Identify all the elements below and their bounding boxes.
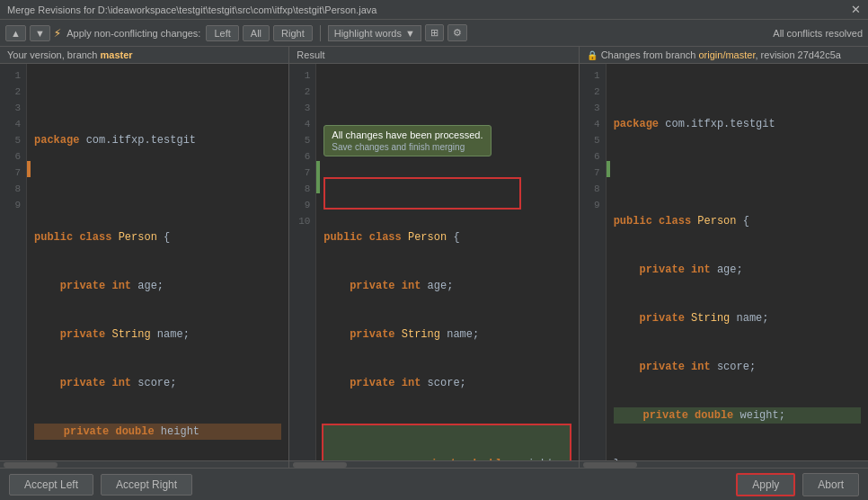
left-panel: Your version, branch master 123456789 pa… [0,47,289,468]
highlight-dropdown[interactable]: Highlight words ▼ [328,25,421,41]
footer-right: Apply Abort [736,473,859,496]
panels-container: Your version, branch master 123456789 pa… [0,47,868,468]
arrow-down-icon[interactable]: ▼ [30,25,50,41]
accept-right-button[interactable]: Accept Right [101,474,192,496]
tooltip-title: All changes have been processed. [332,129,483,140]
close-btn[interactable]: ✕ [851,3,861,16]
tooltip-sub: Save changes and finish merging [332,142,483,152]
arrow-up-icon[interactable]: ▲ [5,25,26,41]
right-panel-header: 🔒 Changes from branch origin/master, rev… [580,47,868,64]
result-label: Result [297,49,324,60]
accept-left-button[interactable]: Accept Left [9,474,93,496]
tooltip: All changes have been processed. Save ch… [323,125,491,156]
settings-btn[interactable]: ⚙ [447,24,467,41]
chevron-down-icon: ▼ [405,28,415,39]
toolbar: ▲ ▼ ⚡ Apply non-conflicting changes: Lef… [0,20,868,47]
changes-label: Changes from branch origin/master, revis… [601,49,841,60]
title-text: Merge Revisions for D:\ideaworkspace\tes… [7,4,376,15]
status-label: All conflicts resolved [773,28,863,39]
lock-icon: 🔒 [587,50,598,60]
middle-code: package com.itfxp.testgit public class P… [316,64,578,460]
middle-panel: Result 12345678910 package com.itfxp.tes… [289,47,579,468]
right-code: package com.itfxp.testgit public class P… [607,64,868,460]
apply-button[interactable]: Apply [736,473,795,496]
left-button[interactable]: Left [206,25,238,41]
abort-button[interactable]: Abort [802,473,859,496]
footer: Accept Left Accept Right Apply Abort [0,468,868,500]
magic-icon: ⚡ [54,25,61,40]
branch-name: master [101,49,133,60]
left-panel-header: Your version, branch master [0,47,288,64]
all-button[interactable]: All [243,25,270,41]
right-panel: 🔒 Changes from branch origin/master, rev… [580,47,868,468]
toggle-btn[interactable]: ⊞ [425,24,444,41]
your-version-label: Your version, branch master [7,49,133,60]
highlight-label: Highlight words [334,28,402,39]
middle-panel-header: Result [289,47,578,64]
title-bar: Merge Revisions for D:\ideaworkspace\tes… [0,0,868,20]
right-button[interactable]: Right [273,25,313,41]
left-code: package com.itfxp.testgit public class P… [27,64,288,460]
apply-label: Apply non-conflicting changes: [66,28,200,39]
footer-left: Accept Left Accept Right [9,474,192,496]
